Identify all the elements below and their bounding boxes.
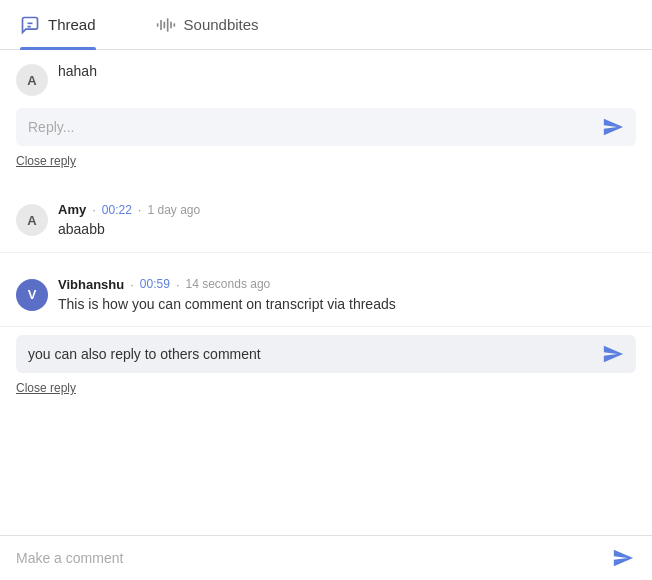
send-icon — [602, 343, 624, 365]
comment-body-vibhanshu: Vibhanshu · 00:59 · 14 seconds ago This … — [58, 277, 636, 315]
bottom-send-button[interactable] — [602, 541, 644, 575]
close-reply-1[interactable]: Close reply — [0, 154, 652, 178]
reply-box-vibhanshu — [16, 335, 636, 373]
comment-author-amy: Amy — [58, 202, 86, 217]
send-reply-button-vibhanshu[interactable] — [590, 335, 636, 373]
tab-soundbites-label: Soundbites — [184, 16, 259, 33]
comment-item: A hahah — [0, 50, 652, 100]
make-comment-input[interactable] — [8, 540, 602, 576]
comment-text-amy: abaabb — [58, 220, 636, 240]
comment-item-amy: A Amy · 00:22 · 1 day ago abaabb — [0, 190, 652, 253]
avatar-initial: A — [27, 213, 36, 228]
comment-age-vibhanshu: 14 seconds ago — [186, 277, 271, 291]
reply-input-1[interactable] — [16, 109, 590, 145]
close-reply-vibhanshu[interactable]: Close reply — [0, 381, 652, 405]
send-icon — [602, 116, 624, 138]
comment-item-vibhanshu: V Vibhanshu · 00:59 · 14 seconds ago Thi… — [0, 265, 652, 328]
comment-meta-amy: Amy · 00:22 · 1 day ago — [58, 202, 636, 217]
avatar-vibhanshu: V — [16, 279, 48, 311]
comment-body: hahah — [58, 62, 636, 82]
comment-body-amy: Amy · 00:22 · 1 day ago abaabb — [58, 202, 636, 240]
comment-age-amy: 1 day ago — [147, 203, 200, 217]
thread-icon — [20, 15, 40, 35]
tab-soundbites[interactable]: Soundbites — [156, 0, 259, 49]
reply-input-vibhanshu[interactable] — [16, 336, 590, 372]
tab-thread[interactable]: Thread — [20, 0, 96, 49]
comment-text: hahah — [58, 63, 97, 79]
avatar-amy: A — [16, 204, 48, 236]
comment-timestamp-amy[interactable]: 00:22 — [102, 203, 132, 217]
comment-meta-vibhanshu: Vibhanshu · 00:59 · 14 seconds ago — [58, 277, 636, 292]
comment-author-vibhanshu: Vibhanshu — [58, 277, 124, 292]
reply-box-1 — [16, 108, 636, 146]
comment: V Vibhanshu · 00:59 · 14 seconds ago Thi… — [16, 277, 636, 315]
comment-text-vibhanshu: This is how you can comment on transcrip… — [58, 295, 636, 315]
avatar: A — [16, 64, 48, 96]
tab-thread-label: Thread — [48, 16, 96, 33]
comment-timestamp-vibhanshu[interactable]: 00:59 — [140, 277, 170, 291]
tab-bar: Thread Soundbites — [0, 0, 652, 50]
comment-list: A hahah Close reply A — [0, 50, 652, 570]
soundbites-icon — [156, 15, 176, 35]
send-reply-button-1[interactable] — [590, 108, 636, 146]
app-wrapper: Thread Soundbites A hah — [0, 0, 652, 580]
send-icon-bottom — [612, 547, 634, 569]
bottom-input-bar — [0, 535, 652, 580]
comment: A Amy · 00:22 · 1 day ago abaabb — [16, 202, 636, 240]
avatar-initial: V — [28, 287, 37, 302]
avatar-initial: A — [27, 73, 36, 88]
